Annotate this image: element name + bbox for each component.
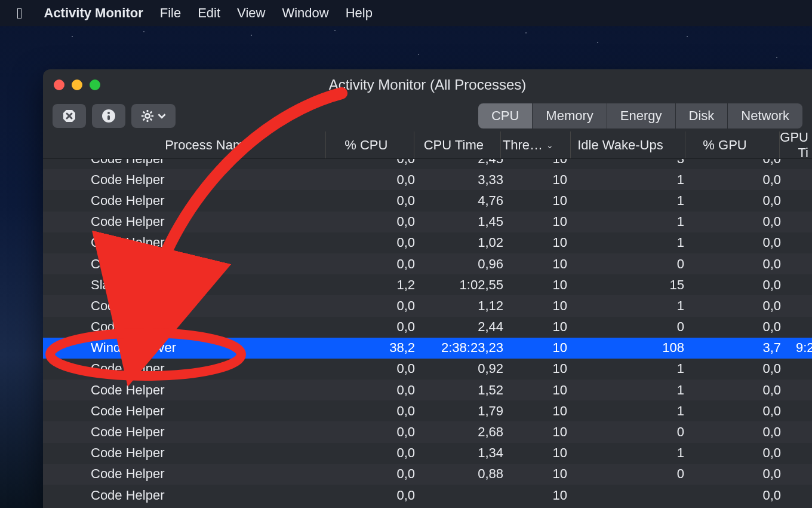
table-row[interactable]: Code Helper0,01,021010,0 — [43, 232, 812, 253]
cell-cpu: 0,0 — [331, 403, 422, 419]
tab-energy[interactable]: Energy — [607, 103, 676, 128]
cell-idle-wakeups: 0 — [582, 256, 699, 272]
cell-threads: 10 — [510, 488, 582, 503]
cell-process-name: Code Helper — [43, 361, 331, 377]
table-row[interactable]: Code Helper0,03,331010,0 — [43, 169, 812, 190]
cell-threads: 10 — [510, 159, 582, 167]
cell-process-name: Code Helper — [43, 159, 331, 167]
cell-cpu-time: 0,96 — [422, 256, 510, 272]
cell-cpu: 0,0 — [331, 382, 422, 398]
cell-idle-wakeups: 1 — [582, 382, 699, 398]
cell-cpu: 0,0 — [331, 466, 422, 482]
table-row[interactable]: WindowServer38,22:38:23,23101083,79:24:2 — [43, 338, 812, 359]
tab-memory[interactable]: Memory — [533, 103, 607, 128]
cell-idle-wakeups: 1 — [582, 235, 699, 250]
titlebar — [43, 69, 812, 100]
table-row[interactable]: Code Helper0,01,451010,0 — [43, 212, 812, 232]
cell-cpu: 0,0 — [331, 214, 422, 229]
cell-threads: 10 — [510, 256, 582, 272]
table-row[interactable]: Code Helper0,02,451030,0 — [43, 159, 812, 169]
cell-process-name: Code Helper — [43, 488, 331, 503]
table-row[interactable]: Code Helper0,02,681000,0 — [43, 421, 812, 442]
cell-gpu: 0,0 — [699, 488, 796, 503]
fullscreen-icon[interactable] — [90, 79, 100, 90]
table-row[interactable]: Slack Helper1,21:02,5510150,0 — [43, 274, 812, 295]
cell-threads: 10 — [510, 172, 582, 188]
cell-cpu-time: 1:02,55 — [422, 277, 510, 293]
stop-process-button[interactable] — [53, 104, 86, 128]
cell-cpu: 0,0 — [331, 488, 422, 503]
stop-icon — [62, 109, 76, 123]
menu-edit[interactable]: Edit — [198, 5, 220, 21]
cell-process-name: Code Helper — [43, 319, 331, 335]
table-row[interactable]: Code Helper0,01,791010,0 — [43, 400, 812, 421]
tab-network[interactable]: Network — [728, 103, 802, 128]
table-row[interactable]: Code Helper0,00,961000,0 — [43, 253, 812, 274]
cell-process-name: Code Helper — [43, 214, 331, 229]
cell-process-name: Code Helper — [43, 235, 331, 250]
cell-cpu-time: 3,33 — [422, 172, 510, 188]
cell-cpu-time: 1,12 — [422, 298, 510, 314]
cell-idle-wakeups: 1 — [582, 445, 699, 461]
table-row[interactable]: Code Helper0,02,441000,0 — [43, 317, 812, 338]
cell-process-name: Code Helper — [43, 403, 331, 419]
table-row[interactable]: Code Helper0,00,921010,0 — [43, 359, 812, 380]
cell-gpu-time: 9:24:2 — [796, 340, 812, 356]
cell-threads: 10 — [510, 445, 582, 461]
apple-menu-icon[interactable]:  — [17, 4, 23, 23]
cell-cpu-time: 2,44 — [422, 319, 510, 335]
table-row[interactable]: Code Helper0,01,121010,0 — [43, 295, 812, 316]
minimize-icon[interactable] — [72, 79, 82, 90]
toolbar: CPU Memory Energy Disk Network — [43, 100, 812, 131]
svg-point-6 — [145, 114, 149, 118]
col-idle-wakeups[interactable]: Idle Wake-Ups — [570, 131, 685, 158]
table-row[interactable]: Code Helper0,01,521010,0 — [43, 380, 812, 400]
close-icon[interactable] — [54, 79, 64, 90]
col-cpu-time[interactable]: CPU Time — [414, 131, 500, 158]
tab-cpu[interactable]: CPU — [478, 103, 533, 128]
cell-cpu: 0,0 — [331, 298, 422, 314]
menu-file[interactable]: File — [160, 5, 181, 21]
table-row[interactable]: Code Helper0,04,761010,0 — [43, 190, 812, 211]
cell-cpu: 0,0 — [331, 172, 422, 188]
cell-threads: 10 — [510, 298, 582, 314]
tab-bar: CPU Memory Energy Disk Network — [478, 103, 802, 128]
info-button[interactable] — [92, 104, 125, 128]
cell-idle-wakeups: 0 — [582, 319, 699, 335]
svg-rect-5 — [107, 115, 110, 120]
cell-gpu: 0,0 — [699, 235, 796, 250]
col-gpu-time[interactable]: GPU Ti — [779, 131, 812, 158]
settings-dropdown-button[interactable] — [131, 104, 176, 128]
table-row[interactable]: Code Helper0,0100,0 — [43, 485, 812, 506]
menu-view[interactable]: View — [237, 5, 265, 21]
svg-line-11 — [143, 112, 145, 114]
cell-process-name: Slack Helper — [43, 277, 331, 293]
cell-threads: 10 — [510, 319, 582, 335]
menu-help[interactable]: Help — [346, 5, 373, 21]
app-menu[interactable]: Activity Monitor — [44, 5, 143, 21]
cell-cpu: 0,0 — [331, 445, 422, 461]
menu-window[interactable]: Window — [282, 5, 328, 21]
cell-cpu: 0,0 — [331, 361, 422, 377]
svg-point-4 — [107, 112, 110, 114]
col-threads[interactable]: Thre… ⌄ — [500, 131, 571, 158]
col-process-name[interactable]: Process Name — [43, 131, 325, 158]
table-row[interactable]: Code Helper0,00,881000,0 — [43, 464, 812, 485]
cell-cpu-time: 1,34 — [422, 445, 510, 461]
cell-gpu: 0,0 — [699, 466, 796, 482]
gear-icon — [141, 109, 154, 123]
cell-cpu: 38,2 — [331, 340, 422, 356]
cell-cpu-time: 1,45 — [422, 214, 510, 229]
svg-line-13 — [150, 112, 152, 114]
cell-cpu-time: 4,76 — [422, 193, 510, 209]
table-header: Process Name % CPU CPU Time Thre… ⌄ Idle… — [43, 131, 812, 159]
col-gpu[interactable]: % GPU — [685, 131, 780, 158]
cell-gpu: 0,0 — [699, 159, 796, 167]
cell-cpu: 0,0 — [331, 256, 422, 272]
process-table: Code Helper0,02,451030,0Code Helper0,03,… — [43, 159, 812, 508]
chevron-down-icon — [158, 112, 166, 120]
table-row[interactable]: Code Helper0,01,341010,0 — [43, 443, 812, 464]
tab-disk[interactable]: Disk — [676, 103, 728, 128]
col-cpu[interactable]: % CPU — [325, 131, 414, 158]
cell-idle-wakeups: 1 — [582, 361, 699, 377]
